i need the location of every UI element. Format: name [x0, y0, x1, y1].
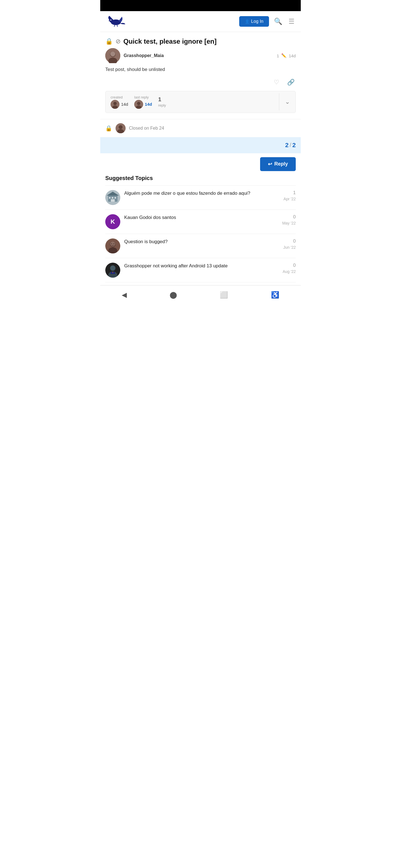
- svg-point-13: [137, 102, 140, 105]
- post-meta: 1 ✏️ 14d: [277, 53, 296, 58]
- topic-date-3: Jun '22: [283, 245, 296, 250]
- square-icon: ⬜: [220, 291, 228, 299]
- topic-stats-3: 0 Jun '22: [279, 239, 296, 250]
- topic-title-3: Question is bugged?: [124, 239, 275, 245]
- app-logo[interactable]: [105, 14, 127, 28]
- bottom-navigation: ◀ ⬤ ⬜ ♿: [100, 285, 301, 306]
- search-icon: 🔍: [274, 18, 282, 25]
- last-reply-label: last reply: [134, 95, 152, 99]
- topic-content-2: Kauan Godoi dos santos: [124, 214, 275, 222]
- reply-count-info: 1 reply: [158, 96, 166, 107]
- reply-button[interactable]: ↩ Reply: [260, 157, 296, 171]
- login-button[interactable]: 👤 Log In: [239, 16, 269, 27]
- reply-label: Reply: [274, 161, 288, 167]
- page-title-area: 🔒 ⊘ Quick test, please ignore [en]: [100, 32, 301, 48]
- suggested-topics-section: Suggested Topics Alguém pode me dizer o …: [100, 175, 301, 282]
- post-actions: ♡ 🔗: [105, 78, 296, 87]
- last-reply-avatar: [134, 100, 143, 109]
- topic-avatar-2: K: [105, 214, 120, 229]
- topic-reply-count-1: 1: [293, 190, 296, 195]
- topic-stats-2: 0 May '22: [279, 214, 296, 225]
- svg-point-34: [110, 266, 115, 271]
- svg-point-1: [109, 19, 113, 23]
- home-button[interactable]: ⬤: [165, 289, 181, 301]
- author-name: Grasshopper_Maia: [124, 53, 164, 58]
- created-info: created 14d: [111, 95, 128, 109]
- topic-avatar-3: [105, 239, 120, 253]
- hamburger-icon: ☰: [288, 18, 295, 25]
- link-icon: 🔗: [287, 79, 295, 86]
- svg-point-2: [110, 20, 111, 21]
- edit-icon: ✏️: [281, 53, 287, 58]
- svg-point-16: [119, 125, 122, 129]
- topic-content-4: Grasshopper not working after Android 13…: [124, 262, 275, 271]
- copy-link-button[interactable]: 🔗: [286, 78, 296, 87]
- topic-stats-1: 1 Apr '22: [279, 190, 296, 201]
- last-reply-value: 14d: [145, 102, 152, 106]
- back-button[interactable]: ◀: [117, 289, 131, 301]
- pagination-bar: 2 / 2: [100, 137, 301, 153]
- topic-avatar-4: [105, 262, 120, 278]
- svg-point-29: [111, 243, 112, 244]
- logo-icon: [105, 14, 127, 28]
- svg-point-28: [110, 242, 115, 247]
- user-icon: 👤: [245, 19, 250, 24]
- time-ago: 14d: [289, 54, 296, 58]
- topic-item-4[interactable]: Grasshopper not working after Android 13…: [105, 258, 296, 282]
- accessibility-icon: ♿: [271, 291, 279, 299]
- reply-label: reply: [158, 103, 166, 107]
- topic-content-1: Alguém pode me dizer o que estou fazendo…: [124, 190, 275, 198]
- post-footer-left: created 14d last reply 14d 1: [106, 91, 279, 113]
- closed-notice: 🔒 Closed on Feb 24: [100, 119, 301, 137]
- topic-reply-count-4: 0: [293, 262, 296, 268]
- page-title: Quick test, please ignore [en]: [123, 37, 217, 45]
- post-container: Grasshopper_Maia 1 ✏️ 14d Test post, sho…: [100, 48, 301, 113]
- navigation-bar: 👤 Log In 🔍 ☰: [100, 11, 301, 32]
- created-label: created: [111, 95, 128, 99]
- back-icon: ◀: [122, 291, 127, 299]
- topic-title-1: Alguém pode me dizer o que estou fazendo…: [124, 190, 275, 197]
- svg-rect-22: [112, 197, 113, 199]
- topic-content-3: Question is bugged?: [124, 239, 275, 246]
- topic-title-2: Kauan Godoi dos santos: [124, 214, 275, 221]
- post-header: Grasshopper_Maia 1 ✏️ 14d: [105, 48, 296, 63]
- closed-avatar: [116, 123, 125, 133]
- topic-item-1[interactable]: Alguém pode me dizer o que estou fazendo…: [105, 186, 296, 210]
- pagination-total: 2: [292, 142, 296, 149]
- author-avatar-svg: [105, 48, 120, 63]
- status-bar: [100, 0, 301, 11]
- closed-text: Closed on Feb 24: [129, 126, 164, 131]
- reply-count: 1: [158, 96, 161, 103]
- app-switcher-button[interactable]: ⬜: [215, 289, 232, 301]
- topic-date-4: Aug '22: [283, 269, 296, 274]
- closed-lock-icon: 🔒: [105, 125, 112, 132]
- topic-stats-4: 0 Aug '22: [279, 262, 296, 274]
- expand-button[interactable]: ⌄: [279, 93, 295, 111]
- svg-point-8: [110, 52, 115, 57]
- created-avatar: [111, 100, 119, 109]
- topic-item-2[interactable]: K Kauan Godoi dos santos 0 May '22: [105, 210, 296, 234]
- post-body: Test post, should be unlisted: [105, 66, 296, 73]
- accessibility-button[interactable]: ♿: [266, 289, 284, 301]
- menu-button[interactable]: ☰: [287, 17, 296, 26]
- chevron-down-icon: ⌄: [285, 98, 290, 105]
- svg-rect-21: [109, 197, 111, 199]
- pagination-current: 2: [285, 142, 288, 149]
- svg-rect-23: [114, 197, 116, 199]
- unlist-icon: ⊘: [116, 38, 121, 45]
- home-icon: ⬤: [170, 291, 177, 299]
- topic-item-3[interactable]: Question is bugged? 0 Jun '22: [105, 234, 296, 258]
- like-button[interactable]: ♡: [273, 78, 280, 87]
- login-label: Log In: [251, 19, 263, 24]
- search-button[interactable]: 🔍: [273, 17, 284, 26]
- topic-title-4: Grasshopper not working after Android 13…: [124, 262, 275, 269]
- heart-icon: ♡: [274, 79, 279, 86]
- svg-point-10: [113, 102, 117, 105]
- post-footer: created 14d last reply 14d 1: [105, 91, 296, 113]
- created-value: 14d: [121, 102, 128, 106]
- topic-date-1: Apr '22: [284, 197, 296, 201]
- reply-bar: ↩ Reply: [100, 153, 301, 175]
- post-author-info: Grasshopper_Maia: [105, 48, 164, 63]
- topic-reply-count-3: 0: [293, 239, 296, 244]
- svg-rect-24: [111, 199, 115, 202]
